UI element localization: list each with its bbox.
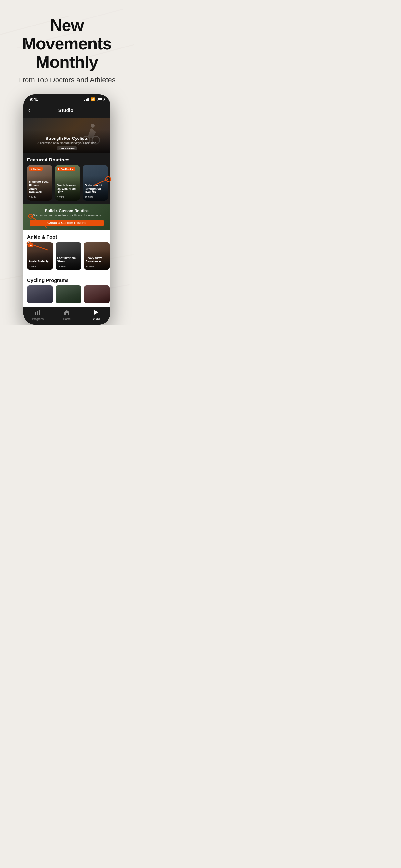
- banner-description: A collection of routines build for your …: [27, 142, 106, 145]
- phone-mockup: 9:41 📶 ‹ Studio: [23, 94, 111, 324]
- routine-card-bodyweight[interactable]: Body Weight Strength for Cyclists 15 MIN: [83, 165, 108, 200]
- navigation-bar: ‹ Studio: [23, 103, 111, 118]
- studio-icon: [93, 310, 99, 316]
- svg-rect-4: [37, 311, 38, 315]
- routine-card-nikki[interactable]: ▶ Pro Routine Quick Loosen Up With Nikki…: [55, 165, 80, 200]
- heavy-slow-title: Heavy Slow Resistance: [86, 256, 108, 264]
- ankle-section-title: Ankle & Foot: [27, 234, 106, 240]
- banner-title: Strength For Cyclists: [27, 136, 106, 141]
- ankle-badge-chevron-icon: ▶: [30, 244, 32, 247]
- bodyweight-card-title: Body Weight Strength for Cyclists: [85, 184, 106, 194]
- home-icon: [64, 310, 70, 316]
- ankle-stability-card[interactable]: ▶ Ankle Stability # MIN: [27, 242, 53, 270]
- badge-chevron-icon: ▶: [31, 167, 32, 170]
- status-bar: 9:41 📶: [23, 94, 111, 103]
- featured-routines-list: ▶ Cycling 5 Minute Yoga Flow with Amity …: [23, 165, 111, 205]
- ankle-section-header: Ankle & Foot: [23, 230, 111, 242]
- status-time: 9:41: [30, 97, 38, 102]
- routine-badge-cycling: ▶ Cycling: [29, 167, 42, 171]
- foot-intrinsic-duration: 12 MIN: [57, 265, 66, 268]
- nav-item-home[interactable]: Home: [52, 310, 81, 321]
- ankle-foot-section: Ankle & Foot ▶ Ankle Stability # MIN: [23, 230, 111, 274]
- cycling-programs-list: [23, 285, 111, 307]
- featured-section-header: Featured Routines: [23, 153, 111, 165]
- ankle-badge: ▶: [28, 244, 33, 247]
- custom-routine-title: Build a Custom Routine: [45, 209, 89, 213]
- foot-intrinsic-card[interactable]: Foot Intrinsic Strenth 12 MIN: [56, 242, 81, 270]
- nav-title: Studio: [33, 107, 99, 113]
- wifi-icon: 📶: [91, 97, 95, 101]
- home-label: Home: [63, 317, 71, 321]
- featured-section-title: Featured Routines: [27, 157, 106, 162]
- banner-badge: 7 ROUTINES: [57, 146, 76, 151]
- battery-icon: [97, 97, 104, 101]
- yoga-card-title: 5 Minute Yoga Flow with Amity Rockwell: [29, 180, 50, 194]
- phone-frame: 9:41 📶 ‹ Studio: [23, 94, 111, 324]
- progress-label: Progress: [32, 317, 43, 321]
- ankle-routines-list: ▶ Ankle Stability # MIN Foot Intrinsic S…: [23, 242, 111, 274]
- nikki-card-title: Quick Loosen Up With Nikki Hiltz: [57, 184, 78, 194]
- cycling-program-card-3[interactable]: [84, 285, 110, 303]
- bottom-navigation: Progress Home Stud: [23, 307, 111, 324]
- badge-chevron-pro-icon: ▶: [58, 167, 60, 170]
- routine-card-yoga[interactable]: ▶ Cycling 5 Minute Yoga Flow with Amity …: [27, 165, 52, 200]
- bodyweight-card-duration: 15 MIN: [85, 196, 93, 198]
- hero-header: New Movements Monthly From Top Doctors a…: [0, 0, 134, 94]
- foot-intrinsic-title: Foot Intrinsic Strenth: [57, 256, 80, 264]
- progress-icon: [35, 310, 41, 316]
- nav-item-progress[interactable]: Progress: [23, 310, 52, 321]
- hero-subtitle: From Top Doctors and Athletes: [10, 75, 124, 85]
- status-icons: 📶: [84, 97, 104, 101]
- cycling-program-card-2[interactable]: [56, 285, 81, 303]
- app-content: Featured Routines ▶ Cycling 5 Minute Yog…: [23, 153, 111, 324]
- nav-item-studio[interactable]: Studio: [81, 310, 111, 321]
- hero-banner[interactable]: Strength For Cyclists A collection of ro…: [23, 118, 111, 153]
- badge-pro-label: Pro Routine: [61, 168, 73, 170]
- heavy-slow-duration: 12 MIN: [86, 265, 94, 268]
- cycling-section-title: Cycling Programs: [27, 277, 106, 283]
- svg-rect-3: [35, 312, 36, 315]
- ankle-stability-duration: # MIN: [29, 265, 35, 268]
- back-button[interactable]: ‹: [28, 105, 33, 115]
- cycling-programs-section: Cycling Programs: [23, 274, 111, 307]
- signal-icon: [84, 98, 89, 101]
- yoga-card-duration: 5 MIN: [29, 196, 36, 198]
- create-custom-routine-button[interactable]: Create a Custom Routine: [30, 220, 104, 226]
- banner-text: Strength For Cyclists A collection of ro…: [23, 129, 111, 153]
- badge-label: Cycling: [33, 168, 41, 170]
- svg-point-0: [91, 124, 95, 128]
- cycling-section-header: Cycling Programs: [23, 274, 111, 285]
- ankle-stability-title: Ankle Stability: [29, 259, 51, 263]
- heavy-slow-resistance-card[interactable]: Heavy Slow Resistance 12 MIN: [84, 242, 110, 270]
- nikki-card-duration: 8 MIN: [57, 196, 64, 198]
- routine-badge-pro: ▶ Pro Routine: [57, 167, 75, 171]
- studio-label: Studio: [92, 317, 100, 321]
- cycling-program-card-1[interactable]: [27, 285, 53, 303]
- custom-routine-banner: Build a Custom Routine Build a custom ro…: [23, 205, 111, 230]
- svg-rect-5: [39, 310, 40, 315]
- custom-routine-description: Build a custom routine from our library …: [33, 214, 101, 217]
- hero-title: New Movements Monthly: [10, 16, 124, 72]
